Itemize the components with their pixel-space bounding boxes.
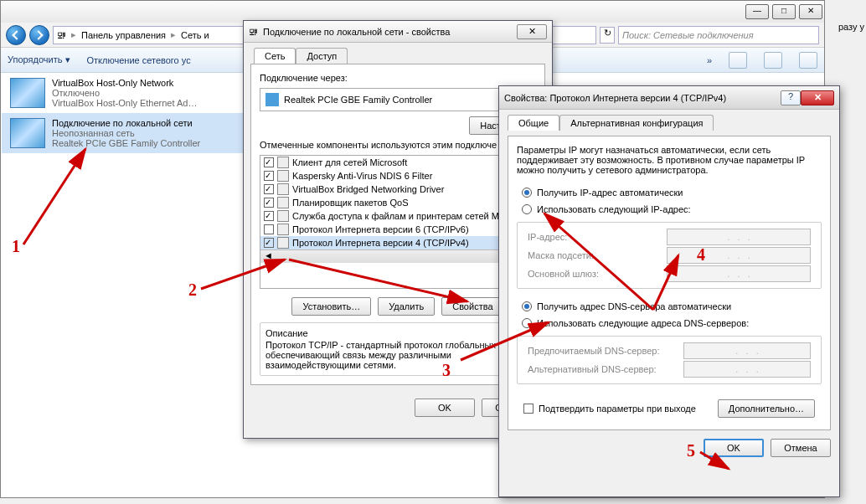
refresh-button[interactable]: ↻ xyxy=(600,27,615,44)
cancel-button[interactable]: Отмена xyxy=(771,439,831,457)
ipv4-properties-dialog: Свойства: Протокол Интернета версии 4 (T… xyxy=(498,85,840,497)
connect-via-label: Подключение через: xyxy=(260,73,536,83)
properties-button[interactable]: Свойства xyxy=(441,297,503,316)
connection-status: Отключено xyxy=(52,88,197,98)
disable-device-button[interactable]: Отключение сетевого ус xyxy=(87,55,191,65)
connection-adapter: Realtek PCIe GBE Family Controller xyxy=(52,138,200,148)
checkbox[interactable] xyxy=(264,211,274,221)
component-label: Клиент для сетей Microsoft xyxy=(292,157,407,167)
view-icon[interactable] xyxy=(729,52,747,69)
dialog-title-bar: Свойства: Протокол Интернета версии 4 (T… xyxy=(499,86,839,110)
component-label: Протокол Интернета версии 4 (TCP/IPv4) xyxy=(292,238,469,248)
help-icon[interactable] xyxy=(799,52,817,69)
dns-fields-group: Предпочитаемый DNS-сервер:. . . Альтерна… xyxy=(517,336,822,384)
ip-label: IP-адрес: xyxy=(528,232,662,242)
list-item[interactable]: Планировщик пакетов QoS xyxy=(260,196,535,209)
ip-fields-group: IP-адрес:. . . Маска подсети:. . . Основ… xyxy=(517,222,822,289)
dns1-label: Предпочитаемый DNS-сервер: xyxy=(528,346,678,356)
horizontal-scrollbar[interactable]: ◄► xyxy=(260,249,535,263)
maximize-button[interactable]: □ xyxy=(772,4,796,19)
component-label: Служба доступа к файлам и принтерам сете… xyxy=(292,211,501,221)
radio-use-ip-label: Использовать следующий IP-адрес: xyxy=(537,204,691,214)
radio-auto-dns[interactable] xyxy=(522,301,532,311)
checkbox[interactable] xyxy=(264,238,274,248)
remove-button[interactable]: Удалить xyxy=(378,297,435,316)
component-icon xyxy=(277,157,289,168)
connection-title: VirtualBox Host-Only Network xyxy=(52,78,197,88)
component-icon xyxy=(277,183,289,195)
radio-auto-dns-label: Получить адрес DNS-сервера автоматически xyxy=(537,301,731,311)
tab-access[interactable]: Доступ xyxy=(296,48,348,64)
checkbox[interactable] xyxy=(264,224,274,234)
component-label: Протокол Интернета версии 6 (TCP/IPv6) xyxy=(292,224,469,234)
list-item[interactable]: VirtualBox Bridged Networking Driver xyxy=(260,183,535,196)
more-chevron-icon[interactable]: » xyxy=(707,55,712,65)
adapter-field: Realtek PCIe GBE Family Controller xyxy=(260,88,536,111)
install-button[interactable]: Установить… xyxy=(291,297,371,316)
gateway-label: Основной шлюз: xyxy=(528,269,662,279)
checkbox[interactable] xyxy=(264,198,274,208)
close-button[interactable]: ✕ xyxy=(517,24,547,39)
dialog-icon: 🖳 xyxy=(249,27,258,37)
adapter-icon xyxy=(265,93,279,106)
radio-use-dns[interactable] xyxy=(522,318,532,328)
details-pane-icon[interactable] xyxy=(764,52,782,69)
dialog-title: Свойства: Протокол Интернета версии 4 (T… xyxy=(504,93,781,103)
component-icon xyxy=(277,237,289,249)
adapter-icon xyxy=(10,78,45,108)
list-item[interactable]: Клиент для сетей Microsoft xyxy=(260,156,535,169)
close-button[interactable]: ✕ xyxy=(801,90,834,105)
organize-menu[interactable]: Упорядочить ▾ xyxy=(8,54,70,65)
dns2-label: Альтернативный DNS-сервер: xyxy=(528,364,678,374)
intro-text: Параметры IP могут назначаться автоматич… xyxy=(517,145,822,175)
list-item-ipv4[interactable]: Протокол Интернета версии 4 (TCP/IPv4) xyxy=(260,236,535,249)
component-icon xyxy=(277,197,289,208)
forward-button[interactable] xyxy=(29,25,49,45)
dns1-input: . . . xyxy=(683,342,811,359)
search-input[interactable]: Поиск: Сетевые подключения xyxy=(618,26,819,44)
network-icon: 🖳 xyxy=(57,30,66,40)
list-item[interactable]: Служба доступа к файлам и принтерам сете… xyxy=(260,209,535,223)
connection-adapter: VirtualBox Host-Only Ethernet Ad… xyxy=(52,98,197,108)
mask-input: . . . xyxy=(667,247,811,264)
crumb-network[interactable]: Сеть и xyxy=(181,30,209,40)
tab-alt-config[interactable]: Альтернативная конфигурация xyxy=(559,115,714,131)
connection-status: Неопознанная сеть xyxy=(52,128,200,138)
confirm-on-exit-label: Подтвердить параметры при выходе xyxy=(539,404,696,414)
component-icon xyxy=(277,170,289,182)
list-item[interactable]: Протокол Интернета версии 6 (TCP/IPv6) xyxy=(260,223,535,236)
back-button[interactable] xyxy=(6,25,26,45)
adapter-name: Realtek PCIe GBE Family Controller xyxy=(284,95,432,105)
tab-general[interactable]: Общие xyxy=(508,115,559,131)
component-label: Планировщик пакетов QoS xyxy=(292,198,409,208)
tab-strip: Сеть Доступ xyxy=(244,43,552,64)
dialog-title-bar: 🖳 Подключение по локальной сети - свойст… xyxy=(244,21,552,43)
components-list[interactable]: Клиент для сетей Microsoft Kaspersky Ant… xyxy=(260,155,536,289)
ok-button[interactable]: OK xyxy=(704,439,764,457)
help-button[interactable]: ? xyxy=(781,90,801,105)
component-icon xyxy=(277,210,289,222)
components-label: Отмеченные компоненты используются этим … xyxy=(260,140,536,150)
advanced-button[interactable]: Дополнительно… xyxy=(718,399,815,418)
radio-auto-ip-label: Получить IP-адрес автоматически xyxy=(537,188,683,198)
tab-body: Параметры IP могут назначаться автоматич… xyxy=(508,136,831,430)
connection-title: Подключение по локальной сети xyxy=(52,118,200,128)
tab-network[interactable]: Сеть xyxy=(254,48,296,64)
background-text: разу у xyxy=(838,22,864,32)
confirm-on-exit-checkbox[interactable] xyxy=(523,404,534,414)
ok-button[interactable]: OK xyxy=(415,399,475,417)
close-button[interactable]: ✕ xyxy=(799,4,822,19)
description-label: Описание xyxy=(265,328,530,338)
description-group: Описание Протокол TCP/IP - стандартный п… xyxy=(260,322,536,376)
component-label: VirtualBox Bridged Networking Driver xyxy=(292,184,444,194)
radio-use-dns-label: Использовать следующие адреса DNS-сервер… xyxy=(537,318,749,328)
radio-use-ip[interactable] xyxy=(522,204,532,214)
minimize-button[interactable]: — xyxy=(745,4,769,19)
radio-auto-ip[interactable] xyxy=(522,188,532,198)
checkbox[interactable] xyxy=(264,157,274,167)
checkbox[interactable] xyxy=(264,184,274,194)
crumb-control-panel[interactable]: Панель управления xyxy=(81,30,166,40)
list-item[interactable]: Kaspersky Anti-Virus NDIS 6 Filter xyxy=(260,169,535,183)
checkbox[interactable] xyxy=(264,171,274,181)
tab-strip: Общие Альтернативная конфигурация xyxy=(499,110,839,131)
